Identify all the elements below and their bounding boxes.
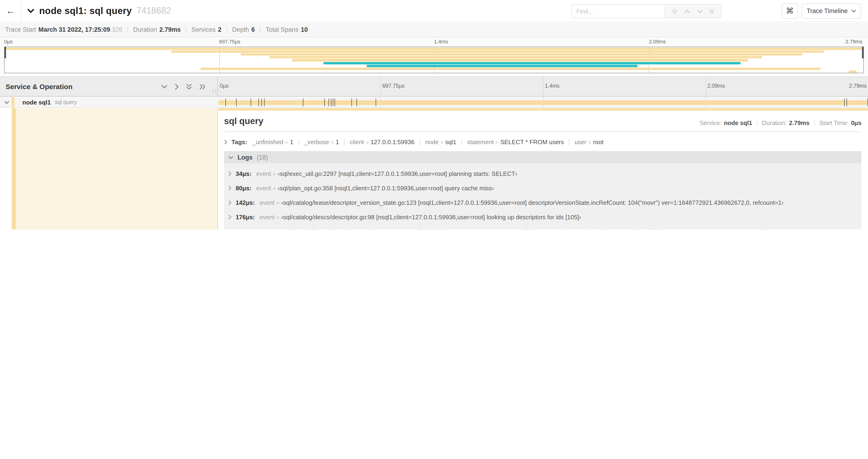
- tags-list: _unfinished=1_verbose=1client=127.0.0.1:…: [247, 138, 609, 145]
- minimap-right-scrubber[interactable]: [862, 47, 864, 58]
- trace-info-item: Trace StartMarch 31 2022, 17:25:09.326: [5, 26, 123, 33]
- log-tick-mark: [328, 98, 329, 106]
- tag-key: statement: [467, 138, 494, 145]
- duration-value: 2.79ms: [789, 120, 809, 126]
- info-separator: [186, 26, 186, 33]
- log-field-key: event: [256, 170, 271, 177]
- span-row: node sql1 sql query: [0, 97, 868, 108]
- prev-result-icon[interactable]: [684, 9, 690, 13]
- tag-equals: =: [331, 139, 334, 145]
- log-equals: =: [276, 200, 279, 205]
- log-field-value: ‹sql/catalog/descs/descriptor.go:98 [nsq…: [281, 214, 581, 221]
- logs-header[interactable]: Logs (18): [224, 151, 862, 163]
- tag-item: user=root: [569, 138, 609, 145]
- log-tick-mark: [265, 98, 265, 106]
- expand-all-icon[interactable]: [199, 83, 205, 90]
- trace-info-item: Total Spans10: [266, 26, 308, 33]
- detail-operation-title: sql query: [224, 116, 264, 126]
- find-input[interactable]: [571, 4, 664, 18]
- service-value: node sql1: [724, 120, 752, 126]
- detail-stats: Service: node sql1 Duration: 2.79ms Star…: [700, 120, 862, 126]
- expand-one-icon[interactable]: [175, 83, 179, 90]
- chevron-down-icon: [228, 156, 233, 159]
- minimap-canvas[interactable]: [4, 47, 864, 73]
- info-value: March 31 2022, 17:25:09.326: [38, 26, 123, 33]
- collapse-all-icon[interactable]: [186, 84, 192, 90]
- locate-icon[interactable]: [672, 8, 678, 14]
- chevron-right-icon: [228, 215, 231, 220]
- log-field-key: event: [259, 214, 274, 221]
- log-row[interactable]: 80μs:event=‹sql/plan_opt.go:358 [nsql1,c…: [224, 181, 862, 195]
- info-value: 2.79ms: [159, 26, 181, 33]
- collapse-one-icon[interactable]: [161, 85, 167, 89]
- trace-info-item: Services2: [192, 26, 222, 33]
- span-color-strip: [12, 97, 14, 107]
- collapse-children-icon[interactable]: [4, 101, 9, 104]
- info-separator: [226, 26, 227, 33]
- view-select-button[interactable]: Trace Timeline: [802, 3, 861, 19]
- tag-value: 1: [290, 138, 293, 145]
- chevron-down-icon: [851, 9, 856, 12]
- log-row[interactable]: 34μs:event=‹sql/exec_util.go:2297 [nsql1…: [224, 167, 862, 181]
- minimap-span-bar: [269, 56, 762, 59]
- find-icon-strip: [664, 4, 721, 18]
- page-title: node sql1: sql query: [39, 5, 132, 16]
- log-timestamp: 176μs:: [236, 214, 255, 221]
- start-time-label: Start Time:: [819, 120, 849, 126]
- log-equals: =: [273, 171, 276, 176]
- timeline-ruler: 0μs697.75μs1.4ms2.09ms2.79ms: [218, 77, 868, 96]
- chevron-right-icon: [228, 186, 231, 191]
- minimap-left-scrubber[interactable]: [4, 47, 6, 58]
- tag-value: sql1: [445, 138, 456, 145]
- tag-key: _verbose: [304, 138, 329, 145]
- log-row[interactable]: 189μs:event=‹sql/catalog/lease/descripto…: [224, 224, 862, 230]
- log-field-key: event: [259, 199, 274, 206]
- tag-value: root: [593, 138, 603, 145]
- tag-value: SELECT * FROM users: [500, 138, 564, 145]
- next-result-icon[interactable]: [697, 9, 703, 13]
- detail-span-bar: [218, 108, 868, 110]
- back-arrow-icon: ←: [6, 5, 15, 16]
- log-row[interactable]: 142μs:event=‹sql/catalog/lease/descripto…: [224, 195, 862, 210]
- timeline-header-row: Service & Operation 0μs697.75μs1.4ms2.09…: [0, 77, 868, 97]
- span-bar-area: [218, 97, 868, 107]
- log-tick-mark: [844, 98, 845, 106]
- title-wrap: node sql1: sql query 7418682: [27, 0, 171, 22]
- span-duration-bar[interactable]: [218, 100, 868, 105]
- log-tick-mark: [375, 98, 376, 106]
- span-row-name-cell[interactable]: node sql1 sql query: [0, 97, 218, 107]
- tags-toggle[interactable]: Tags:: [224, 138, 247, 145]
- log-field-value: ‹sql/plan_opt.go:358 [nsql1,client=127.0…: [278, 185, 494, 192]
- keyboard-shortcuts-button[interactable]: ⌘: [782, 3, 798, 19]
- collapse-trace-chevron-icon[interactable]: [27, 8, 34, 13]
- stat-separator: [757, 120, 757, 126]
- chevron-right-icon: [224, 139, 227, 144]
- info-label: Services: [192, 26, 216, 33]
- log-row[interactable]: 176μs:event=‹sql/catalog/descs/descripto…: [224, 210, 862, 224]
- minimap-span-bar: [292, 59, 748, 61]
- command-icon: ⌘: [786, 6, 794, 16]
- log-equals: =: [273, 186, 276, 191]
- minimap-ruler-label: 2.79ms: [846, 39, 862, 44]
- log-field-key: event: [256, 185, 271, 192]
- column-resizer[interactable]: [213, 89, 216, 94]
- trace-id: 7418682: [136, 6, 171, 16]
- minimap-ruler-label: 2.09ms: [649, 39, 666, 44]
- ruler-label: 1.4ms: [543, 83, 560, 89]
- chevron-right-icon: [228, 200, 231, 205]
- log-tick-mark: [331, 98, 331, 106]
- minimap-span-bar: [171, 51, 824, 53]
- back-button[interactable]: ←: [0, 0, 22, 22]
- log-field-value: ‹sql/catalog/lease/descriptor_version_st…: [281, 228, 786, 230]
- tag-key: _unfinished: [252, 138, 283, 145]
- tag-value: 127.0.0.1:59936: [371, 138, 414, 145]
- tags-row: Tags: _unfinished=1_verbose=1client=127.…: [224, 136, 609, 148]
- minimap-span-bar: [241, 53, 802, 56]
- log-tick-mark: [351, 98, 352, 106]
- tag-item: _verbose=1: [299, 138, 345, 145]
- clear-search-icon[interactable]: [709, 9, 714, 14]
- logs-block: Logs (18) 34μs:event=‹sql/exec_util.go:2…: [224, 151, 862, 230]
- minimap-span-bar: [5, 47, 863, 50]
- duration-label: Duration:: [762, 120, 787, 126]
- log-tick-mark: [334, 98, 335, 106]
